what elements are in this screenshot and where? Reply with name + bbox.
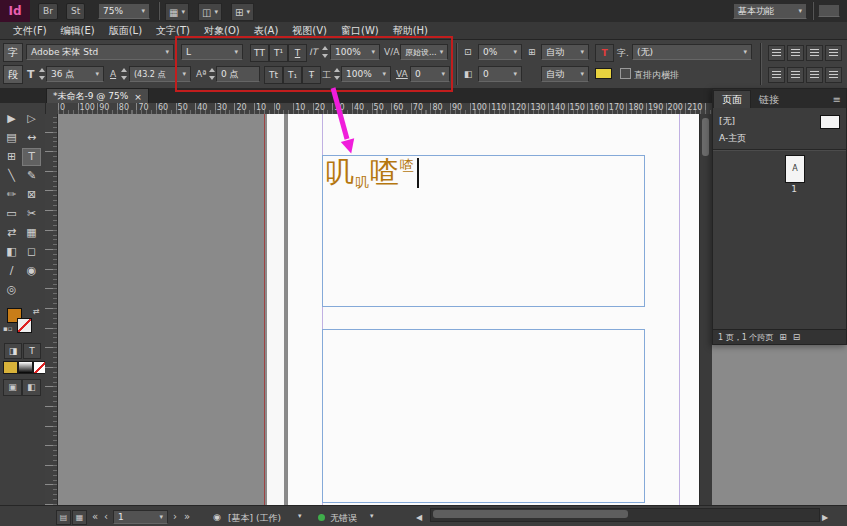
default-fill-stroke-icon[interactable]: ▪▫ (3, 325, 13, 333)
font-style-select[interactable]: L ▾ (181, 44, 243, 60)
line-tool[interactable]: ╲ (2, 167, 21, 185)
para-align-top-button[interactable] (768, 67, 785, 83)
menu-item-2[interactable]: 版面(L) (102, 22, 149, 40)
proportional-spacing-field[interactable]: 0% ▾ (478, 44, 522, 60)
formatting-affects-container-button[interactable]: ◨ (4, 343, 22, 359)
para-align-middle-button[interactable] (787, 67, 804, 83)
apply-color-button[interactable] (3, 361, 18, 374)
kerning-field[interactable]: 原始设... ▾ (400, 44, 448, 60)
font-size-field[interactable]: 36 点 ▾ (46, 66, 104, 82)
screen-mode-dropdown[interactable]: ◫ ▾ (198, 3, 222, 21)
tab-links[interactable]: 链接 (751, 91, 787, 108)
baseline-shift-field[interactable]: 0 点 (216, 66, 260, 82)
text-frame-2[interactable] (322, 329, 645, 503)
horizontal-scale-stepper[interactable] (333, 66, 340, 82)
tab-pages[interactable]: 页面 (713, 90, 751, 108)
new-page-icon[interactable]: ⊞ (779, 332, 787, 342)
menu-item-5[interactable]: 表(A) (247, 22, 286, 40)
stroke-color-swatch[interactable] (17, 318, 32, 333)
scroll-left-icon[interactable]: ◀ (416, 513, 422, 523)
pen-tool[interactable]: ✎ (22, 167, 41, 185)
view-options-dropdown[interactable]: ▦ ▾ (165, 3, 189, 21)
scissors-tool[interactable]: ✂ (22, 205, 41, 223)
search-input[interactable] (818, 4, 840, 17)
note-tool[interactable]: ◻ (22, 243, 41, 261)
menu-item-7[interactable]: 窗口(W) (334, 22, 386, 40)
zoom-tool[interactable]: ◎ (2, 281, 21, 299)
align-left-button[interactable] (768, 45, 785, 61)
all-caps-button[interactable]: TT (250, 44, 269, 62)
zoom-level-select[interactable]: 75% ▾ (98, 3, 150, 19)
vertical-scrollbar-thumb[interactable] (702, 118, 709, 156)
page-tool[interactable]: ▤ (2, 129, 21, 147)
normal-view-mode-button[interactable]: ▣ (3, 379, 22, 396)
formatting-affects-text-button[interactable]: T (23, 343, 41, 359)
preflight-icon[interactable]: ◉ (213, 512, 221, 522)
horizontal-scrollbar-thumb[interactable] (433, 510, 628, 518)
tracking-field[interactable]: 0 ▾ (410, 66, 450, 82)
chevron-down-icon[interactable]: ▾ (298, 512, 302, 520)
type-tool[interactable]: T (22, 148, 41, 166)
bridge-button[interactable]: Br (38, 3, 58, 20)
pencil-tool[interactable]: ✏ (2, 186, 21, 204)
preview-mode-button[interactable]: ◧ (22, 379, 41, 396)
leading-field[interactable]: (43.2 点 ▾ (129, 66, 191, 82)
gap-tool[interactable]: ↔ (22, 129, 41, 147)
underline-button[interactable]: T (288, 44, 307, 62)
underline-color-swatch[interactable] (595, 68, 612, 79)
free-transform-tool[interactable]: ⇄ (2, 224, 21, 242)
panel-menu-icon[interactable]: ≡ (828, 91, 846, 108)
grid-amount-field[interactable]: 自动 ▾ (541, 44, 589, 60)
horizontal-scale-field[interactable]: 100% ▾ (341, 66, 391, 82)
close-icon[interactable]: × (134, 92, 142, 102)
next-page-button[interactable]: › (173, 512, 177, 522)
delete-page-icon[interactable]: ⊟ (793, 332, 801, 342)
character-formatting-toggle[interactable]: 字 (3, 43, 23, 62)
workspace-switcher[interactable]: 基本功能 ▾ (733, 3, 807, 19)
preflight-profile[interactable]: [基本] (工作) (228, 512, 281, 525)
master-a-row[interactable]: A-主页 (713, 131, 846, 146)
page-number-field[interactable]: 1 ▾ (113, 510, 168, 524)
master-none-thumbnail[interactable] (820, 115, 840, 129)
swap-fill-stroke-icon[interactable]: ⇄ (33, 307, 40, 316)
subscript-button[interactable]: T₁ (283, 66, 302, 84)
justify-button[interactable] (825, 45, 842, 61)
paragraph-formatting-toggle[interactable]: 段 (3, 65, 23, 84)
first-page-button[interactable]: « (92, 512, 98, 522)
eyedropper-tool[interactable]: ∕ (2, 262, 21, 280)
vertical-scale-field[interactable]: 100% ▾ (330, 44, 380, 60)
page[interactable]: 叽叽喳喳 (288, 114, 700, 505)
previous-page-button[interactable]: ‹ (104, 512, 108, 522)
vertical-scrollbar[interactable] (699, 114, 712, 505)
status-left-icon-1[interactable]: ▤ (56, 510, 71, 525)
last-page-button[interactable]: » (184, 512, 190, 522)
document-tab[interactable]: *未命名-9 @ 75% × (46, 88, 149, 104)
gradient-feather-tool[interactable]: ◧ (2, 243, 21, 261)
gradient-swatch-tool[interactable]: ▦ (22, 224, 41, 242)
character-color-swatch[interactable]: T (595, 44, 614, 62)
scroll-right-icon[interactable]: ▶ (822, 513, 828, 523)
page-1-thumbnail[interactable]: A (785, 155, 805, 183)
rectangle-frame-tool[interactable]: ⊠ (22, 186, 41, 204)
horizontal-scrollbar[interactable] (430, 508, 820, 522)
align-right-button[interactable] (806, 45, 823, 61)
font-size-stepper[interactable] (38, 66, 45, 82)
hand-tool[interactable]: ◉ (22, 262, 41, 280)
arrange-documents-dropdown[interactable]: ⊞ ▾ (231, 3, 254, 21)
baseline-shift-stepper[interactable] (208, 66, 215, 82)
selection-tool[interactable]: ▶ (2, 110, 21, 128)
aki-auto-select[interactable]: 自动 ▾ (541, 66, 589, 82)
font-family-select[interactable]: Adobe 宋体 Std ▾ (26, 44, 174, 60)
small-caps-button[interactable]: Tt (264, 66, 283, 84)
stock-button[interactable]: St (66, 3, 85, 20)
tatechuyoko-checkbox[interactable] (620, 68, 631, 79)
vertical-ruler[interactable] (45, 114, 58, 505)
master-none-row[interactable]: [无] (713, 113, 846, 130)
char-style-select[interactable]: (无) ▾ (632, 44, 752, 60)
status-left-icon-2[interactable]: ▦ (72, 510, 87, 525)
menu-item-3[interactable]: 文字(T) (149, 22, 197, 40)
menu-item-8[interactable]: 帮助(H) (386, 22, 435, 40)
apply-gradient-button[interactable] (18, 361, 33, 374)
rectangle-tool[interactable]: ▭ (2, 205, 21, 223)
para-align-bottom-button[interactable] (806, 67, 823, 83)
